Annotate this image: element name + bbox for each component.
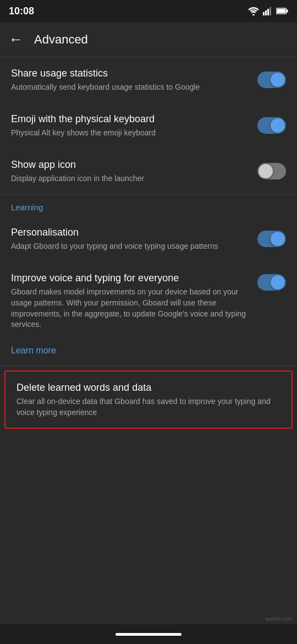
- setting-delete-learned-title: Delete learned words and data: [16, 381, 280, 394]
- setting-emoji-keyboard-title: Emoji with the physical keyboard: [11, 113, 249, 125]
- setting-show-app-icon-desc: Display application icon in the launcher: [11, 173, 249, 184]
- setting-improve-voice-desc: Gboard makes model improvements on your …: [11, 287, 249, 330]
- settings-list: Share usage statistics Automatically sen…: [0, 57, 297, 429]
- toggle-personalisation[interactable]: [257, 231, 286, 247]
- setting-show-app-icon[interactable]: Show app icon Display application icon i…: [0, 149, 297, 194]
- status-bar: 10:08: [0, 0, 297, 22]
- toggle-share-usage[interactable]: [257, 72, 286, 88]
- toggle-emoji-keyboard[interactable]: [257, 117, 286, 134]
- setting-personalisation-title: Personalisation: [11, 226, 249, 239]
- section-divider-2: [0, 365, 297, 366]
- wifi-icon: [248, 7, 260, 15]
- svg-rect-3: [267, 9, 269, 15]
- setting-share-usage-title: Share usage statistics: [11, 67, 249, 80]
- app-bar: ← Advanced: [0, 22, 297, 57]
- bottom-nav-pill: [116, 633, 182, 636]
- setting-personalisation-desc: Adapt Gboard to your typing and voice ty…: [11, 241, 249, 252]
- svg-rect-2: [265, 10, 267, 15]
- svg-rect-1: [263, 12, 265, 15]
- svg-point-0: [252, 14, 255, 15]
- setting-emoji-keyboard-text: Emoji with the physical keyboard Physica…: [11, 113, 257, 139]
- back-button[interactable]: ←: [9, 31, 23, 48]
- setting-share-usage-text: Share usage statistics Automatically sen…: [11, 67, 257, 93]
- setting-show-app-icon-text: Show app icon Display application icon i…: [11, 159, 257, 184]
- bottom-nav-bar: [0, 624, 297, 644]
- page-title: Advanced: [34, 32, 88, 47]
- setting-show-app-icon-title: Show app icon: [11, 159, 249, 171]
- status-icons: [248, 7, 288, 15]
- setting-personalisation[interactable]: Personalisation Adapt Gboard to your typ…: [0, 216, 297, 262]
- section-header-learning: Learning: [0, 195, 297, 216]
- battery-icon: [276, 7, 288, 15]
- status-time: 10:08: [9, 6, 34, 17]
- svg-rect-4: [270, 7, 271, 15]
- setting-delete-learned[interactable]: Delete learned words and data Clear all …: [4, 370, 293, 429]
- setting-share-usage-desc: Automatically send keyboard usage statis…: [11, 82, 249, 93]
- setting-improve-voice-text: Improve voice and typing for everyone Gb…: [11, 272, 257, 330]
- signal-icon: [263, 7, 273, 15]
- setting-personalisation-text: Personalisation Adapt Gboard to your typ…: [11, 226, 257, 252]
- setting-emoji-keyboard-desc: Physical Alt key shows the emoji keyboar…: [11, 128, 249, 139]
- setting-improve-voice-title: Improve voice and typing for everyone: [11, 272, 249, 285]
- setting-delete-learned-desc: Clear all on-device data that Gboard has…: [16, 396, 280, 418]
- toggle-show-app-icon[interactable]: [257, 163, 286, 179]
- toggle-improve-voice[interactable]: [257, 274, 286, 291]
- watermark: weixin.com: [266, 616, 293, 622]
- learn-more-link[interactable]: Learn more: [0, 340, 297, 365]
- setting-emoji-keyboard[interactable]: Emoji with the physical keyboard Physica…: [0, 103, 297, 149]
- back-arrow-icon: ←: [9, 31, 23, 48]
- setting-improve-voice[interactable]: Improve voice and typing for everyone Gb…: [0, 262, 297, 340]
- setting-share-usage[interactable]: Share usage statistics Automatically sen…: [0, 57, 297, 103]
- setting-delete-learned-text: Delete learned words and data Clear all …: [16, 381, 280, 418]
- svg-rect-6: [287, 9, 288, 12]
- svg-rect-7: [277, 9, 285, 13]
